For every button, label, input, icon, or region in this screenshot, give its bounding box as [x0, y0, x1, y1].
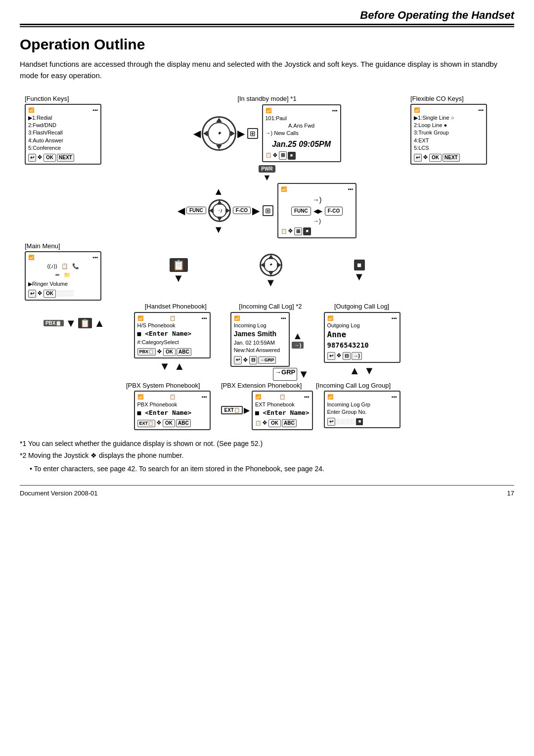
book-left-btn[interactable]: 📋 — [78, 318, 92, 328]
fk-item4: 4:Auto Answer — [28, 137, 98, 144]
bl-1: [PBX System Phonebook] — [126, 382, 218, 389]
mm-back-btn[interactable]: ↩ — [28, 290, 36, 298]
s2-joy-icon2: ◀▶ — [313, 207, 322, 216]
ilg-body: Incoming Log Grp Enter Group No. — [327, 401, 397, 416]
footnote-1: *1 You can select whether the guidance d… — [20, 438, 514, 450]
grp-arrow: →GRP ▼ — [221, 368, 313, 381]
menu-btn[interactable]: ⊞ — [247, 128, 258, 139]
pwr-btn[interactable]: PWR — [259, 165, 275, 173]
s2-menu-btn[interactable]: ⊞ — [263, 205, 273, 216]
s2-body: →) FUNC ◀▶ F-CO →) — [281, 195, 353, 225]
s1-sq-btn[interactable]: ■ — [288, 152, 296, 160]
joystick-center[interactable]: ✦ — [260, 254, 282, 276]
function-keys-col: [Function Keys] 📶 ▪▪▪ ▶1:Redial 2:Fwd/DN… — [20, 95, 124, 165]
ps-ok-btn[interactable]: OK — [163, 419, 175, 428]
pe-abc-btn[interactable]: ABC — [282, 419, 297, 428]
s1-antenna: 📶 — [266, 107, 271, 115]
pe-battery: ▪▪▪ — [304, 394, 310, 401]
bs-left — [20, 391, 124, 430]
standby2-screen: 📶 ▪▪▪ →) FUNC ◀▶ F-CO →) — [277, 183, 356, 238]
sq-btn-dark[interactable]: ■ — [354, 260, 365, 270]
standby1-screen: 📶 ▪▪▪ 101:Paul A.Ans Fwd →) New Calls Ja… — [262, 104, 341, 162]
mm-ok-btn[interactable]: OK — [44, 290, 56, 298]
s1-grid-btn[interactable]: ⊞ — [279, 151, 287, 160]
s1-softkeys: 📋 ❖ ⊞ ■ — [266, 151, 338, 160]
pbx-btn[interactable]: PBX📋 — [44, 320, 64, 326]
pe-ok-btn[interactable]: OK — [268, 419, 281, 428]
hp-msg: 📋 — [170, 315, 176, 322]
book-btn-dark[interactable]: 📋 — [170, 258, 188, 272]
fco-ok-btn[interactable]: OK — [429, 154, 442, 162]
hp-sub: #:CategorySelect — [137, 339, 207, 346]
mm-dots: ░░░░ — [57, 289, 74, 298]
book-down-group: 📋 ▼ — [170, 258, 188, 285]
il-grid-btn[interactable]: ⊟ — [249, 356, 257, 364]
page-title: Operation Outline — [20, 36, 514, 53]
s2-back-icon: →) — [312, 195, 322, 205]
pbx-arrow-row: PBX📋 ▼ 📋 ▲ — [44, 317, 105, 330]
footer-page: 17 — [507, 489, 514, 497]
joystick-control[interactable]: ✦ — [202, 116, 236, 151]
ilg-back-btn[interactable]: ↩ — [327, 418, 335, 426]
il-back-btn[interactable]: ↩ — [234, 356, 242, 364]
pe-body: EXT Phonebook ■ <Enter Name> — [255, 401, 310, 418]
hp-antenna: 📶 — [137, 315, 143, 322]
mm-icons-row: ((♪)) 📋 📞 — [28, 263, 98, 270]
mid-labels: [Handset Phonebook] [Incoming Call Log] … — [129, 303, 405, 310]
ps-antenna: 📶 — [137, 394, 143, 401]
pbx-system-col: 📶 📋 ▪▪▪ PBX Phonebook ■ <Enter Name> EXT… — [126, 391, 218, 430]
s2-joy-icon: ❖ — [288, 227, 293, 235]
bl-2: [PBX Extension Phonebook] — [221, 382, 313, 389]
mm-icon-phonebook: 📋 — [61, 263, 68, 270]
pe-antenna: 📶 — [255, 394, 261, 401]
fco-joy-icon: ❖ — [423, 153, 428, 162]
il-date: Jan. 02 10:59AM — [234, 339, 286, 347]
func-btn[interactable]: FUNC — [186, 207, 206, 214]
joystick-control-2[interactable]: →) — [208, 199, 231, 222]
fco-back-btn[interactable]: ↩ — [414, 154, 422, 162]
ilg-sq-btn[interactable]: ■ — [356, 418, 363, 425]
outgoing-log-screen: 📶 ▪▪▪ Outgoing Log Anne 9876543210 ↩ ❖ ⊟… — [324, 312, 400, 363]
bl-right — [410, 382, 514, 389]
ps-ext-btn[interactable]: EXT📋 — [137, 420, 156, 427]
hp-body: H/S Phonebook ■ <Enter Name> #:CategoryS… — [137, 322, 207, 346]
s2-sq-btn[interactable]: ■ — [303, 227, 311, 235]
hp-down-arr: ▼ — [159, 360, 170, 373]
ol-reply-btn[interactable]: →) — [352, 352, 362, 360]
ps-battery: ▪▪▪ — [202, 394, 207, 401]
fco-item4: 4:EXT — [414, 137, 484, 144]
fco-btn[interactable]: F-CO — [233, 207, 251, 214]
grp-btn[interactable]: →GRP — [273, 368, 297, 381]
ext-btn[interactable]: EXT📋 — [221, 406, 242, 414]
s2-grid-btn[interactable]: ⊞ — [294, 227, 302, 236]
s2-func-label: FUNC — [291, 207, 311, 216]
ol-back-btn[interactable]: ↩ — [327, 352, 335, 360]
ol-header: Outgoing Log — [327, 322, 397, 329]
fk-next-btn[interactable]: NEXT — [57, 154, 74, 162]
il-antenna: 📶 — [234, 315, 240, 322]
il-reply-btn[interactable]: →) — [292, 342, 304, 349]
book-down-arr: ▼ — [173, 272, 184, 285]
fco-battery: ▪▪▪ — [478, 107, 484, 114]
hp-abc-btn[interactable]: ABC — [177, 348, 191, 356]
il-grp-btn[interactable]: →GRP — [258, 356, 276, 364]
hp-softkeys: PBX📋 ❖ OK ABC — [137, 348, 207, 356]
mid-screens-grid: 📶 📋 ▪▪▪ H/S Phonebook ■ <Enter Name> #:C… — [124, 312, 410, 381]
incoming-log-group-col: 📶 ▪▪▪ Incoming Log Grp Enter Group No. ↩… — [316, 391, 408, 430]
hp-pbx-btn[interactable]: PBX📋 — [137, 348, 156, 356]
antenna-icon: 📶 — [28, 107, 34, 114]
ps-abc-btn[interactable]: ABC — [176, 419, 191, 428]
fk-ok-btn[interactable]: OK — [44, 154, 56, 162]
pwr-section: PWR ▼ — [259, 165, 275, 183]
ol-antenna: 📶 — [327, 315, 333, 322]
il-battery: ▪▪▪ — [281, 315, 286, 322]
fk-softkeys: ↩ ❖ OK NEXT — [28, 153, 98, 162]
fco-next-btn[interactable]: NEXT — [443, 154, 460, 162]
ilg-sub: Enter Group No. — [327, 408, 397, 416]
ol-grid-btn[interactable]: ⊟ — [343, 352, 351, 360]
mm-item: ▶Ringer Volume — [28, 280, 98, 288]
sq-down-group: ■ ▼ — [354, 260, 365, 283]
hp-ok-btn[interactable]: OK — [163, 348, 176, 356]
ps-entry: ■ <Enter Name> — [137, 408, 207, 417]
fk-back-btn[interactable]: ↩ — [28, 154, 36, 162]
